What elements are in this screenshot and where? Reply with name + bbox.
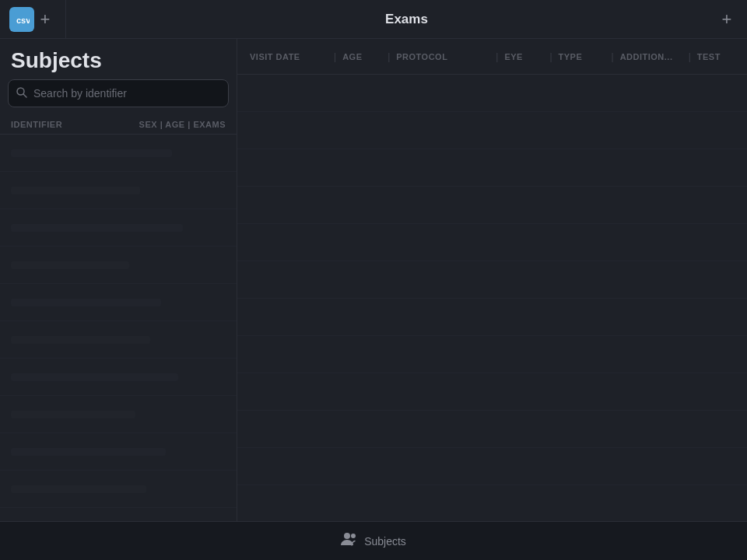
table-row[interactable] [0,135,237,172]
table-row[interactable] [237,336,747,373]
search-icon [16,87,27,100]
eye-col-header: EYE [504,52,543,61]
right-panel: VISIT DATE | AGE | PROTOCOL | EYE | TYPE… [237,39,747,521]
identifier-col-header: IDENTIFIER [11,120,62,129]
separator-1: | [334,51,336,62]
bottom-bar: Subjects [0,521,747,560]
table-row[interactable] [237,411,747,448]
table-row[interactable] [237,373,747,411]
exam-rows [237,75,747,521]
age-col-header: AGE [342,52,381,61]
add-exam-button[interactable]: + [716,9,738,30]
visit-date-col-header: VISIT DATE [250,52,328,61]
table-row[interactable] [0,508,237,521]
protocol-col-header: PROTOCOL [396,52,489,61]
table-row[interactable] [237,75,747,112]
app-icon: csv [9,7,34,32]
svg-line-3 [23,94,26,97]
svg-text:csv: csv [16,16,30,25]
additional-col-header: ADDITION... [620,52,682,61]
exams-column-headers: VISIT DATE | AGE | PROTOCOL | EYE | TYPE… [237,39,747,75]
table-row[interactable] [237,187,747,224]
separator-3: | [496,51,498,62]
right-header: Exams + [66,0,747,38]
test-col-header: TEST [697,52,744,61]
exams-panel-title: Exams [385,12,428,27]
separator-4: | [549,51,552,62]
sex-age-exams-col-header: SEX | AGE | EXAMS [139,120,226,129]
left-panel: Subjects IDENTIFIER SEX | AGE | EXAMS [0,39,237,521]
svg-point-4 [344,533,350,539]
subject-rows [0,135,237,521]
search-bar[interactable] [8,79,229,107]
table-row[interactable] [0,247,237,284]
table-row[interactable] [0,172,237,209]
table-row[interactable] [237,485,747,521]
table-row[interactable] [0,471,237,508]
table-row[interactable] [0,209,237,247]
table-row[interactable] [0,321,237,359]
left-column-headers: IDENTIFIER SEX | AGE | EXAMS [0,115,237,135]
table-row[interactable] [237,149,747,187]
table-row[interactable] [237,224,747,261]
bottom-label: Subjects [364,535,406,548]
separator-2: | [388,51,390,62]
add-subject-button[interactable]: + [34,9,56,30]
search-input[interactable] [33,87,220,100]
table-row[interactable] [237,448,747,485]
table-row[interactable] [0,396,237,433]
type-col-header: TYPE [559,52,605,61]
separator-6: | [689,51,691,62]
subjects-title: Subjects [0,39,237,79]
table-row[interactable] [0,284,237,321]
table-row[interactable] [237,299,747,336]
table-row[interactable] [237,112,747,149]
main-content: Subjects IDENTIFIER SEX | AGE | EXAMS [0,39,747,521]
left-header: csv + [0,0,66,39]
separator-5: | [612,51,614,62]
svg-point-5 [351,534,356,538]
table-row[interactable] [0,359,237,396]
top-bar: csv + Exams + [0,0,747,39]
table-row[interactable] [0,433,237,471]
people-icon [341,532,358,550]
table-row[interactable] [237,261,747,299]
